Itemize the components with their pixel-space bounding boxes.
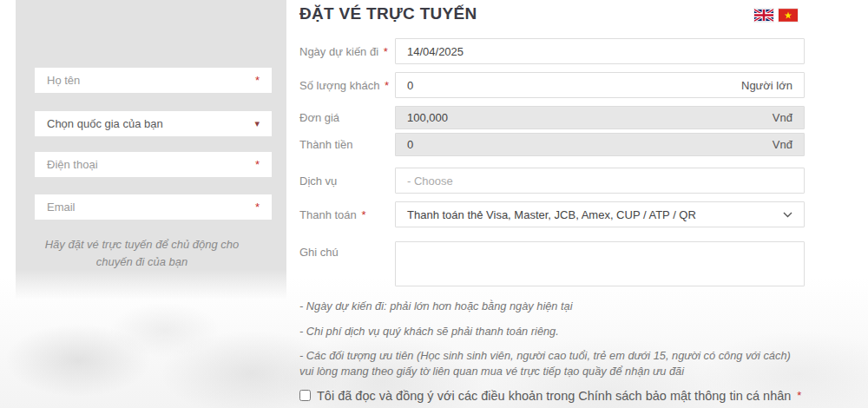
fullname-placeholder: Họ tên: [47, 74, 80, 87]
required-asterisk: *: [361, 208, 365, 221]
hint-priority: - Các đối tượng ưu tiên (Học sinh sinh v…: [299, 348, 805, 378]
form-row-payment: Thanh toán * Thanh toán thẻ Visa, Master…: [299, 201, 805, 227]
quantity-value: 0: [407, 79, 413, 92]
phone-input[interactable]: Điện thoại *: [35, 152, 272, 177]
agreement-text: Tôi đã đọc và đồng ý với các điều khoản …: [317, 389, 791, 403]
total-label: Thành tiền: [299, 138, 395, 151]
payment-label: Thanh toán *: [299, 208, 395, 221]
quantity-input[interactable]: 0 Người lớn: [395, 72, 805, 98]
quantity-label: Số lượng khách *: [299, 79, 395, 92]
unit-price-label: Đơn giá: [299, 111, 395, 124]
form-row-quantity: Số lượng khách * 0 Người lớn: [299, 72, 805, 98]
required-asterisk: *: [797, 389, 801, 402]
unit-price-readonly: 100,000 Vnđ: [395, 106, 805, 129]
form-hints: - Ngày dự kiến đi: phải lớn hơn hoặc bằn…: [299, 299, 805, 379]
country-select[interactable]: Chọn quốc gia của bạn ▾: [35, 111, 272, 136]
form-row-date: Ngày dự kiến đi * 14/04/2025: [299, 38, 805, 64]
date-label: Ngày dự kiến đi *: [299, 45, 395, 58]
required-asterisk: *: [255, 74, 260, 87]
booking-form: Ngày dự kiến đi * 14/04/2025 Số lượng kh…: [299, 36, 805, 403]
service-placeholder: - Choose: [407, 174, 453, 188]
country-select-value: Chọn quốc gia của bạn: [47, 117, 163, 130]
phone-placeholder: Điện thoại: [47, 158, 98, 171]
service-label: Dịch vụ: [299, 174, 395, 188]
date-value: 14/04/2025: [407, 45, 464, 58]
service-select[interactable]: - Choose: [395, 168, 805, 194]
required-asterisk: *: [384, 45, 388, 58]
unit-price-currency: Vnđ: [773, 111, 792, 124]
required-asterisk: *: [255, 201, 260, 214]
hint-service-fee: - Chi phí dịch vụ quý khách sẽ phải than…: [299, 324, 805, 339]
fullname-input[interactable]: Họ tên *: [35, 68, 272, 93]
payment-select[interactable]: Thanh toán thẻ Visa, Master, JCB, Amex, …: [395, 201, 805, 227]
contact-sidebar: Họ tên * Chọn quốc gia của bạn ▾ Điện th…: [16, 0, 286, 299]
agreement-checkbox[interactable]: [299, 390, 311, 401]
chevron-down-icon: ▾: [254, 119, 260, 128]
note-label: Ghi chú: [299, 241, 395, 259]
payment-selected-option: Thanh toán thẻ Visa, Master, JCB, Amex, …: [407, 208, 696, 221]
total-readonly: 0 Vnđ: [395, 133, 805, 156]
chevron-down-icon: [783, 212, 792, 218]
required-asterisk: *: [255, 158, 260, 171]
form-row-service: Dịch vụ - Choose: [299, 168, 805, 194]
note-textarea[interactable]: [395, 241, 805, 286]
vietnam-flag-icon[interactable]: [779, 9, 798, 22]
total-value: 0: [407, 138, 413, 151]
sidebar-note: Hãy đặt vé trực tuyến để chủ động cho ch…: [40, 236, 244, 271]
total-currency: Vnđ: [773, 138, 792, 151]
form-row-notes: Ghi chú: [299, 241, 805, 286]
required-asterisk: *: [385, 79, 389, 92]
uk-flag-icon[interactable]: [754, 9, 773, 22]
email-input[interactable]: Email *: [35, 194, 272, 220]
form-row-total: Thành tiền 0 Vnđ: [299, 133, 805, 156]
language-switcher: [754, 9, 798, 22]
unit-price-value: 100,000: [407, 111, 448, 124]
agreement-row: Tôi đã đọc và đồng ý với các điều khoản …: [299, 389, 805, 403]
email-placeholder: Email: [47, 201, 76, 214]
quantity-unit: Người lớn: [741, 79, 792, 92]
date-input[interactable]: 14/04/2025: [395, 38, 805, 64]
hint-date: - Ngày dự kiến đi: phải lớn hơn hoặc bằn…: [299, 299, 805, 314]
form-row-unit-price: Đơn giá 100,000 Vnđ: [299, 106, 805, 129]
page-title: ĐẶT VÉ TRỰC TUYẾN: [299, 4, 477, 23]
